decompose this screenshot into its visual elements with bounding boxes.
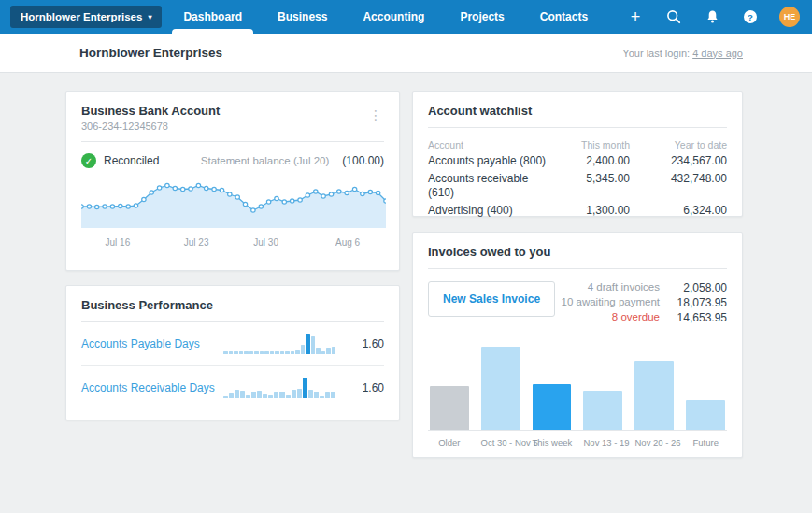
x-tick-label: Jul 30 (253, 237, 278, 248)
divider (428, 268, 727, 269)
performance-rows: Accounts Payable Days1.60Accounts Receiv… (81, 322, 384, 409)
mini-bar (303, 378, 307, 398)
x-tick-label: Aug 6 (335, 237, 360, 248)
mini-bar (297, 389, 302, 398)
sparkline-svg (81, 174, 386, 228)
nav-tab-contacts[interactable]: Contacts (540, 0, 588, 34)
reconciled-row: ✓ Reconciled Statement balance (Jul 20) … (81, 153, 384, 168)
mini-bar (275, 351, 279, 354)
mini-bar (311, 336, 316, 354)
invoice-bar-label: Nov 13 - 19 (584, 437, 623, 448)
mini-bar (260, 351, 264, 354)
statement-balance-value: (100.00) (342, 154, 384, 167)
watchlist-ytd-cell: 432,748.00 (630, 172, 727, 200)
watchlist-account-cell: Advertising (400) (428, 204, 549, 218)
invoices-card-title: Invoices owed to you (428, 245, 727, 259)
last-login-label: Your last login: (622, 48, 690, 59)
nav-tab-business[interactable]: Business (278, 0, 327, 34)
invoice-summary: 4 draft invoices2,058.0010 awaiting paym… (562, 281, 727, 324)
summary-label: 4 draft invoices (588, 281, 660, 294)
mini-bar-chart (223, 334, 335, 354)
mini-bar (244, 351, 249, 354)
nav-tab-dashboard[interactable]: Dashboard (183, 0, 242, 34)
watchlist-month-cell: 1,300.00 (549, 204, 630, 218)
watchlist-month-cell: 5,345.00 (549, 172, 630, 200)
mini-bar (321, 351, 326, 354)
mini-bar (240, 391, 245, 398)
invoice-bar-label: Future (687, 437, 726, 448)
check-icon: ✓ (81, 153, 96, 168)
company-selector[interactable]: Hornblower Enterprises ▾ (10, 6, 162, 28)
last-login: Your last login: 4 days ago (622, 48, 743, 59)
invoice-bar-label: Oct 30 - Nov 5 (481, 437, 520, 448)
watchlist-card-title: Account watchlist (428, 104, 727, 118)
performance-metric-link[interactable]: Accounts Receivable Days (81, 381, 223, 394)
mini-bar (234, 351, 238, 354)
watchlist-ytd-cell: 6,324.00 (630, 204, 727, 218)
watchlist-table: AccountThis monthYear to dateAccounts pa… (428, 139, 727, 218)
mini-bar (326, 348, 331, 354)
watchlist-account-cell: Accounts receivable (610) (428, 172, 549, 200)
watchlist-column-header: Account (428, 139, 549, 150)
avatar[interactable]: HE (779, 7, 800, 27)
invoice-summary-row: 4 draft invoices2,058.00 (562, 281, 727, 294)
mini-bar (270, 351, 275, 354)
invoices-top-row: New Sales Invoice 4 draft invoices2,058.… (428, 281, 727, 324)
summary-value: 18,073.95 (660, 296, 727, 309)
new-sales-invoice-button[interactable]: New Sales Invoice (428, 281, 555, 317)
reconciled-label: Reconciled (104, 154, 159, 167)
mini-bar (279, 392, 284, 399)
help-icon[interactable]: ? (741, 7, 760, 26)
mini-bar (229, 351, 234, 354)
invoice-summary-row: 8 overdue14,653.95 (562, 311, 727, 324)
mini-bar (301, 345, 306, 354)
question-glyph: ? (744, 10, 757, 23)
company-selector-label: Hornblower Enterprises (21, 11, 142, 22)
mini-bar (331, 392, 335, 398)
page-title: Hornblower Enterprises (79, 46, 222, 60)
mini-bar-chart (223, 378, 335, 398)
overdue-label: 8 overdue (612, 311, 660, 324)
dashboard-main: Business Bank Account 306-234-12345678 ⋮… (0, 73, 812, 458)
invoice-bar (430, 386, 469, 430)
invoices-owed-card: Invoices owed to you New Sales Invoice 4… (412, 232, 743, 458)
search-icon[interactable] (664, 7, 683, 26)
mini-bar (314, 392, 319, 398)
mini-bar (251, 392, 256, 398)
right-column: Account watchlist AccountThis monthYear … (412, 91, 743, 458)
last-login-link[interactable]: 4 days ago (692, 48, 743, 59)
mini-bar (292, 390, 296, 398)
bank-card-title: Business Bank Account (81, 104, 384, 118)
mini-bar (246, 395, 250, 398)
kebab-menu-icon[interactable]: ⋮ (365, 107, 386, 123)
watchlist-column-header: This month (549, 139, 630, 150)
bank-account-card: Business Bank Account 306-234-12345678 ⋮… (65, 91, 400, 271)
mini-bar (332, 347, 336, 354)
plus-icon[interactable]: + (626, 7, 645, 26)
invoice-summary-row: 10 awaiting payment18,073.95 (562, 296, 727, 309)
sparkline-axis: Jul 16Jul 23Jul 30Aug 6 (81, 237, 384, 250)
watchlist-account-cell: Accounts payable (800) (428, 154, 549, 168)
mini-bar (268, 395, 273, 398)
statement-balance-label: Statement balance (Jul 20) (201, 155, 329, 166)
invoice-bar (533, 384, 572, 430)
nav-tabs: DashboardBusinessAccountingProjectsConta… (183, 0, 623, 34)
nav-tab-accounting[interactable]: Accounting (363, 0, 424, 34)
mini-bar (257, 391, 262, 398)
bell-glyph (705, 9, 719, 24)
performance-metric-link[interactable]: Accounts Payable Days (81, 337, 223, 350)
watchlist-ytd-cell: 234,567.00 (630, 154, 727, 168)
summary-value: 14,653.95 (660, 311, 727, 324)
mini-bar (325, 392, 330, 398)
top-nav: Hornblower Enterprises ▾ DashboardBusine… (0, 0, 812, 34)
bank-account-number: 306-234-12345678 (81, 121, 384, 132)
mini-bar (223, 396, 228, 398)
bell-icon[interactable] (703, 7, 721, 26)
mini-bar (280, 351, 285, 354)
invoice-bar (634, 361, 674, 430)
bank-balance-chart: Jul 16Jul 23Jul 30Aug 6 (81, 174, 384, 250)
mini-bar (295, 350, 300, 354)
nav-tab-projects[interactable]: Projects (460, 0, 504, 34)
divider (428, 127, 727, 128)
mini-bar (235, 390, 239, 398)
